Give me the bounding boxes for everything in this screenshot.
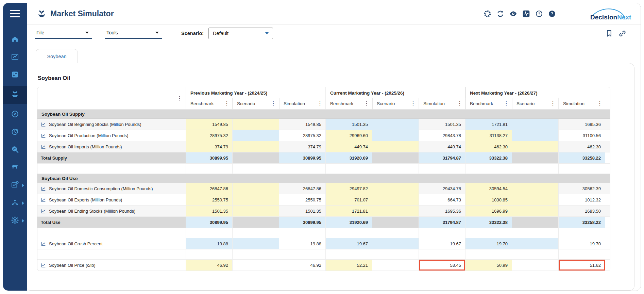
value-cell[interactable]: 31920.69 [326, 217, 372, 228]
sidebar-item-settings[interactable] [3, 213, 27, 229]
value-cell[interactable]: 1030.85 [465, 194, 512, 206]
value-cell[interactable]: 1501.35 [326, 119, 372, 130]
value-cell[interactable]: 30562.39 [559, 183, 605, 194]
value-cell[interactable]: 1721.81 [465, 119, 512, 130]
value-cell[interactable] [233, 183, 279, 194]
value-cell[interactable] [372, 141, 419, 152]
value-cell[interactable] [372, 206, 419, 217]
value-cell[interactable]: 19.88 [186, 238, 233, 249]
file-menu[interactable]: File [35, 28, 92, 39]
activity-icon-button[interactable] [522, 10, 530, 18]
sidebar-item-price-charts[interactable] [3, 50, 27, 65]
value-cell[interactable]: 31794.87 [419, 217, 465, 228]
value-cell[interactable]: 50.99 [465, 260, 512, 271]
value-cell[interactable]: 29969.60 [326, 130, 372, 141]
line-chart-icon[interactable] [41, 122, 46, 127]
value-cell[interactable] [233, 119, 279, 130]
value-cell[interactable]: 19.70 [465, 238, 512, 249]
value-cell[interactable]: 31100.56 [559, 130, 605, 141]
value-cell[interactable] [233, 130, 279, 141]
value-cell[interactable]: 52.21 [326, 260, 372, 271]
value-cell[interactable]: 30594.54 [465, 183, 512, 194]
link-icon-button[interactable] [618, 30, 626, 37]
hamburger-menu-button[interactable] [3, 3, 27, 24]
value-cell[interactable]: 30899.95 [279, 217, 326, 228]
value-cell[interactable] [233, 260, 279, 271]
value-cell[interactable] [372, 238, 419, 249]
line-chart-icon[interactable] [41, 263, 46, 268]
value-cell[interactable]: 449.74 [326, 141, 372, 152]
value-cell[interactable]: 1501.35 [186, 206, 233, 217]
value-cell[interactable]: 701.07 [326, 194, 372, 206]
sidebar-item-report-settings[interactable] [3, 178, 27, 193]
column-menu-button[interactable]: ⋮ [503, 101, 510, 106]
value-cell[interactable]: 19.70 [559, 238, 605, 249]
column-menu-button[interactable]: ⋮ [317, 101, 323, 106]
value-cell[interactable]: 31920.69 [326, 152, 372, 164]
column-menu-button[interactable]: ⋮ [363, 101, 370, 106]
tools-menu[interactable]: Tools [105, 28, 162, 39]
value-cell[interactable]: 30899.95 [186, 152, 233, 164]
value-cell[interactable]: 31138.27 [465, 130, 512, 141]
value-cell[interactable] [512, 130, 559, 141]
value-cell[interactable]: 2550.75 [186, 194, 233, 206]
value-cell[interactable]: 1501.35 [279, 206, 326, 217]
line-chart-icon[interactable] [41, 144, 46, 149]
line-chart-icon[interactable] [41, 209, 46, 214]
value-cell[interactable]: 374.79 [279, 141, 326, 152]
value-cell[interactable]: 28975.32 [186, 130, 233, 141]
value-cell[interactable]: 46.92 [186, 260, 233, 271]
value-cell[interactable] [512, 260, 559, 271]
row-header-menu-button[interactable]: ⋮ [176, 96, 183, 101]
value-cell[interactable] [512, 206, 559, 217]
value-cell[interactable] [512, 119, 559, 130]
spinner-icon-button[interactable] [484, 10, 491, 18]
value-cell[interactable]: 19.67 [419, 238, 465, 249]
value-cell[interactable] [512, 183, 559, 194]
value-cell[interactable] [372, 152, 419, 164]
value-cell[interactable]: 33322.38 [465, 152, 512, 164]
value-cell[interactable]: 19.67 [326, 238, 372, 249]
value-cell[interactable]: 30899.95 [186, 217, 233, 228]
tab-soybean[interactable]: Soybean [36, 49, 78, 63]
value-cell[interactable] [512, 152, 559, 164]
sidebar-item-controls[interactable] [3, 67, 27, 83]
value-cell[interactable]: 462.30 [465, 141, 512, 152]
value-cell[interactable]: 30899.95 [279, 152, 326, 164]
value-cell[interactable]: 29843.78 [419, 130, 465, 141]
value-cell[interactable] [372, 183, 419, 194]
value-cell[interactable] [512, 238, 559, 249]
sidebar-item-compass[interactable] [3, 107, 27, 122]
column-menu-button[interactable]: ⋮ [549, 101, 556, 106]
column-menu-button[interactable]: ⋮ [410, 101, 417, 106]
value-cell[interactable]: 664.73 [419, 194, 465, 206]
value-cell[interactable]: 1721.81 [326, 206, 372, 217]
column-menu-button[interactable]: ⋮ [223, 101, 230, 106]
value-cell[interactable] [372, 119, 419, 130]
eye-icon-button[interactable] [509, 10, 517, 18]
value-cell[interactable] [372, 217, 419, 228]
value-cell[interactable]: 1549.85 [186, 119, 233, 130]
column-menu-button[interactable]: ⋮ [270, 101, 277, 106]
scenario-select[interactable]: Default [208, 28, 273, 39]
value-cell[interactable]: 29434.78 [419, 183, 465, 194]
sidebar-item-home[interactable] [3, 32, 27, 48]
highlighted-value-cell[interactable]: 51.62 [559, 260, 605, 271]
sidebar-item-market-simulator[interactable] [3, 86, 27, 104]
value-cell[interactable]: 1012.32 [559, 194, 605, 206]
value-cell[interactable]: 1696.99 [465, 206, 512, 217]
value-cell[interactable] [233, 238, 279, 249]
value-cell[interactable]: 1501.35 [419, 119, 465, 130]
value-cell[interactable] [372, 130, 419, 141]
value-cell[interactable]: 1683.50 [559, 206, 605, 217]
value-cell[interactable]: 33258.22 [559, 217, 605, 228]
value-cell[interactable] [512, 194, 559, 206]
help-icon-button[interactable]: ? [548, 10, 556, 18]
column-menu-button[interactable]: ⋮ [596, 101, 603, 106]
value-cell[interactable]: 462.30 [559, 141, 605, 152]
value-cell[interactable]: 2550.75 [279, 194, 326, 206]
highlighted-value-cell[interactable]: 53.45 [419, 260, 465, 271]
line-chart-icon[interactable] [41, 241, 46, 246]
column-menu-button[interactable]: ⋮ [456, 101, 463, 106]
value-cell[interactable]: 449.74 [419, 141, 465, 152]
